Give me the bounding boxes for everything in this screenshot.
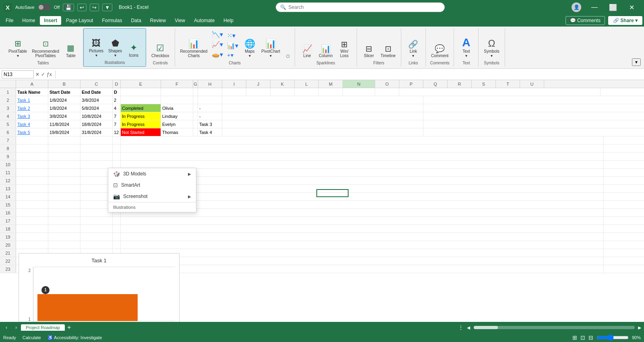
cell-D1[interactable]: D	[113, 88, 121, 96]
menu-insert[interactable]: Insert	[40, 16, 61, 25]
cell-D10[interactable]	[113, 161, 121, 168]
cell-rest-21[interactable]	[121, 249, 604, 257]
cell-rest-8[interactable]	[121, 144, 604, 152]
cell-A10[interactable]	[16, 161, 48, 168]
cell-A6[interactable]: Task 5	[16, 128, 48, 136]
scroll-bar-left[interactable]: ◄	[466, 325, 471, 331]
col-header-S[interactable]: S	[472, 80, 496, 88]
cell-A5[interactable]: Task 4	[16, 120, 48, 128]
cell-A13[interactable]	[16, 185, 48, 192]
cell-H1[interactable]	[198, 88, 222, 96]
cell-A20[interactable]	[16, 241, 48, 249]
search-input[interactable]	[289, 4, 440, 10]
cell-A17[interactable]	[16, 217, 48, 225]
col-header-T[interactable]: T	[496, 80, 520, 88]
column-sparkline-button[interactable]: 📊 Column	[317, 43, 334, 59]
pictures-button[interactable]: 🖼 Pictures ▾	[87, 37, 105, 59]
col-header-D[interactable]: D	[113, 80, 121, 88]
cell-E5-status[interactable]: In Progress	[121, 120, 161, 128]
col-header-P[interactable]: P	[399, 80, 423, 88]
cell-A9[interactable]	[16, 152, 48, 160]
redo-button[interactable]: ↪	[90, 4, 99, 11]
cell-G4[interactable]	[193, 112, 198, 120]
cell-C3[interactable]: 5/8/2024	[80, 104, 113, 112]
normal-view-button[interactable]: ⊞	[572, 334, 577, 341]
cell-rest-19[interactable]	[121, 233, 604, 241]
cell-B11[interactable]	[48, 169, 80, 176]
cell-E3-status[interactable]: Completed	[121, 104, 161, 112]
col-header-L[interactable]: L	[295, 80, 319, 88]
cell-B4[interactable]: 3/8/2024	[48, 112, 80, 120]
cell-rest-17[interactable]	[121, 217, 604, 225]
scroll-bar-right[interactable]: ►	[637, 325, 642, 331]
cell-C6[interactable]: 31/8/2024	[80, 128, 113, 136]
menu-automate[interactable]: Automate	[190, 16, 219, 25]
restore-button[interactable]: ⬜	[604, 0, 622, 14]
share-button[interactable]: 🔗 Share ▾	[608, 16, 642, 25]
cell-B6[interactable]: 19/8/2024	[48, 128, 80, 136]
cell-G3[interactable]	[193, 104, 198, 112]
cell-H2[interactable]	[198, 96, 222, 104]
combo-chart-button[interactable]: +▾	[225, 51, 240, 59]
cell-C17[interactable]	[80, 217, 113, 225]
cell-C2[interactable]: 3/8/2024	[80, 96, 113, 104]
cell-B10[interactable]	[48, 161, 80, 168]
formula-input[interactable]	[59, 72, 642, 77]
cell-A11[interactable]	[16, 169, 48, 176]
col-header-H[interactable]: H	[198, 80, 222, 88]
cell-C1[interactable]: End Date	[80, 88, 113, 96]
cell-B3[interactable]: 1/8/2024	[48, 104, 80, 112]
line-chart-button[interactable]: 📈▾	[210, 40, 225, 49]
cell-A15[interactable]	[16, 201, 48, 208]
cell-F3[interactable]: Olivia	[161, 104, 193, 112]
menu-formulas[interactable]: Formulas	[98, 16, 126, 25]
pivotchart-button[interactable]: 📊 PivotChart ▾	[259, 37, 282, 59]
cell-B2[interactable]: 1/8/2024	[48, 96, 80, 104]
cell-D19[interactable]	[113, 233, 121, 241]
cell-C5[interactable]: 18/8/2024	[80, 120, 113, 128]
cell-rest-23[interactable]	[121, 265, 604, 273]
pivottable-button[interactable]: ⊞ PivotTable ▾	[6, 37, 29, 59]
cell-D17[interactable]	[113, 217, 121, 225]
symbols-button[interactable]: Ω Symbols ▾	[482, 37, 501, 59]
maps-button[interactable]: 🌐 Maps ▾	[241, 37, 258, 59]
line-sparkline-button[interactable]: 📈 Line	[298, 43, 316, 59]
illus-item-3dmodels[interactable]: 🎲 3D Models ▶	[108, 168, 196, 179]
cell-E4-status[interactable]: In Progress	[121, 112, 161, 120]
text-button[interactable]: A Text ▾	[457, 35, 475, 59]
cell-B13[interactable]	[48, 185, 80, 192]
cell-reference[interactable]	[2, 70, 34, 78]
cell-A16[interactable]	[16, 209, 48, 216]
cell-J1[interactable]	[246, 88, 270, 96]
user-avatar[interactable]: 👤	[572, 2, 581, 12]
cell-H5[interactable]: Task 3	[198, 120, 222, 128]
cell-rest-7[interactable]	[121, 136, 604, 144]
cell-rest-18[interactable]	[121, 225, 604, 233]
cell-O1[interactable]	[375, 88, 399, 96]
cell-rest-3[interactable]	[222, 104, 423, 112]
cell-D5[interactable]: 7	[113, 120, 121, 128]
scroll-right-button[interactable]: ›	[11, 323, 21, 332]
cell-D9[interactable]	[113, 152, 121, 160]
cell-N1[interactable]	[343, 88, 375, 96]
col-header-F[interactable]: F	[161, 80, 193, 88]
close-button[interactable]: ✕	[622, 0, 641, 14]
comments-button[interactable]: 💬 Comments	[566, 16, 605, 25]
cell-D8[interactable]	[113, 144, 121, 152]
cell-M1[interactable]	[319, 88, 343, 96]
icons-button[interactable]: ✦ Icons	[125, 41, 142, 59]
cell-L1[interactable]	[295, 88, 319, 96]
timeline-button[interactable]: ⊡ Timeline	[379, 43, 398, 59]
scroll-left-button[interactable]: ‹	[2, 323, 11, 332]
illus-item-smartart[interactable]: ⊡ SmartArt	[108, 179, 196, 191]
cell-D20[interactable]	[113, 241, 121, 249]
cell-rest-1[interactable]	[399, 88, 601, 96]
col-header-J[interactable]: J	[246, 80, 270, 88]
cell-A1[interactable]: Task Name	[16, 88, 48, 96]
minimize-button[interactable]: —	[585, 0, 604, 14]
cell-rest-5[interactable]	[222, 120, 423, 128]
cell-H4[interactable]: -	[198, 112, 222, 120]
col-header-O[interactable]: O	[375, 80, 399, 88]
cell-rest-10[interactable]	[121, 161, 604, 168]
page-break-view-button[interactable]: ⊟	[588, 334, 593, 341]
